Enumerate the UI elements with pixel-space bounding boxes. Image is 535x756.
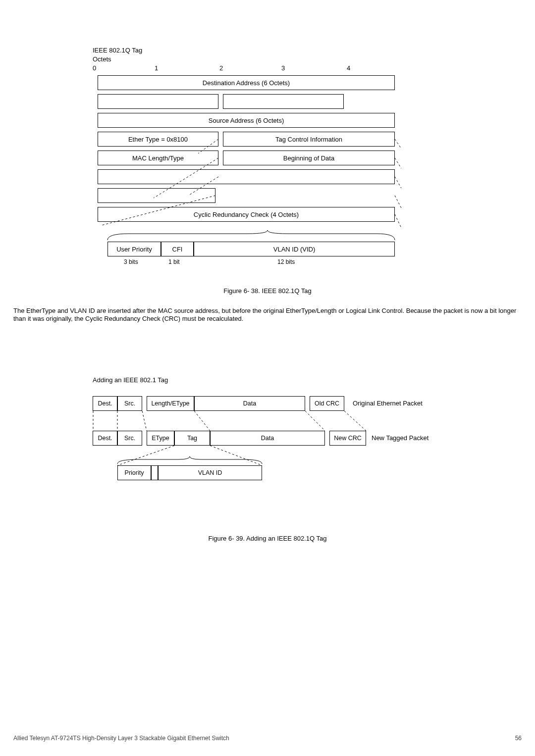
tag-tag: Tag xyxy=(174,431,210,446)
fig2-caption: Figure 6- 39. Adding an IEEE 802.1Q Tag xyxy=(0,535,535,542)
brk-cfi-slot xyxy=(151,465,158,480)
row-mac-len: MAC Length/Type xyxy=(98,151,218,165)
tag-label: New Tagged Packet xyxy=(372,434,428,442)
svg-line-0 xyxy=(395,139,401,149)
footer-left: Allied Telesyn AT-9724TS High-Density La… xyxy=(13,735,229,742)
svg-line-13 xyxy=(305,411,325,431)
footer-page: 56 xyxy=(515,735,522,742)
row-data-blank xyxy=(98,169,395,184)
detail-vid: VLAN ID (VID) xyxy=(194,242,395,256)
row-crc: Cyclic Redundancy Check (4 Octets) xyxy=(98,207,395,222)
tag-src: Src. xyxy=(117,431,142,446)
tag-dest: Dest. xyxy=(93,431,117,446)
row-data-tail xyxy=(98,188,215,203)
row-dest-blank-a xyxy=(98,94,218,109)
row-ether-type: Ether Type = 0x8100 xyxy=(98,132,218,147)
scale-0: 0 xyxy=(93,64,96,72)
brk-priority: Priority xyxy=(117,465,151,480)
orig-label: Original Ethernet Packet xyxy=(353,400,423,407)
svg-line-2 xyxy=(395,177,401,188)
row-tci: Tag Control Information xyxy=(223,132,395,147)
brk-vlanid: VLAN ID xyxy=(158,465,262,480)
detail-bits-up: 3 bits xyxy=(124,258,138,265)
fig1-subtitle: Octets xyxy=(93,55,111,63)
page: IEEE 802.1Q Tag Octets 0 1 2 3 4 Destina… xyxy=(0,0,535,756)
orig-len: Length/EType xyxy=(147,396,194,411)
detail-bits-cfi: 1 bit xyxy=(168,258,180,265)
detail-bits-vid: 12 bits xyxy=(277,258,295,265)
fig2-title: Adding an IEEE 802.1 Tag xyxy=(93,376,168,384)
svg-line-1 xyxy=(395,158,401,168)
tag-etype: EType xyxy=(147,431,174,446)
row-dest-blank-b xyxy=(223,94,344,109)
scale-4: 4 xyxy=(347,64,350,72)
svg-line-14 xyxy=(344,411,366,431)
orig-crc: Old CRC xyxy=(310,396,344,411)
orig-data: Data xyxy=(194,396,305,411)
tag-data: Data xyxy=(210,431,325,446)
fig2-connectors xyxy=(0,396,535,495)
scale-1: 1 xyxy=(155,64,158,72)
svg-line-4 xyxy=(395,214,401,228)
orig-dest: Dest. xyxy=(93,396,117,411)
orig-src: Src. xyxy=(117,396,142,411)
svg-line-12 xyxy=(194,411,210,431)
row-src-addr: Source Address (6 Octets) xyxy=(98,113,395,128)
svg-line-3 xyxy=(395,196,401,208)
body-paragraph: The EtherType and VLAN ID are inserted a… xyxy=(13,307,522,323)
scale-3: 3 xyxy=(281,64,285,72)
detail-cfi: CFI xyxy=(161,242,194,256)
svg-line-11 xyxy=(142,411,147,431)
tag-crc: New CRC xyxy=(329,431,366,446)
row-dest-addr: Destination Address (6 Octets) xyxy=(98,75,395,90)
row-begin-data: Beginning of Data xyxy=(223,151,395,165)
fig1-title: IEEE 802.1Q Tag xyxy=(93,47,142,54)
detail-user-priority: User Priority xyxy=(107,242,161,256)
fig1-caption: Figure 6- 38. IEEE 802.1Q Tag xyxy=(0,287,535,295)
scale-2: 2 xyxy=(219,64,223,72)
svg-line-16 xyxy=(210,446,262,465)
svg-line-15 xyxy=(117,446,174,465)
